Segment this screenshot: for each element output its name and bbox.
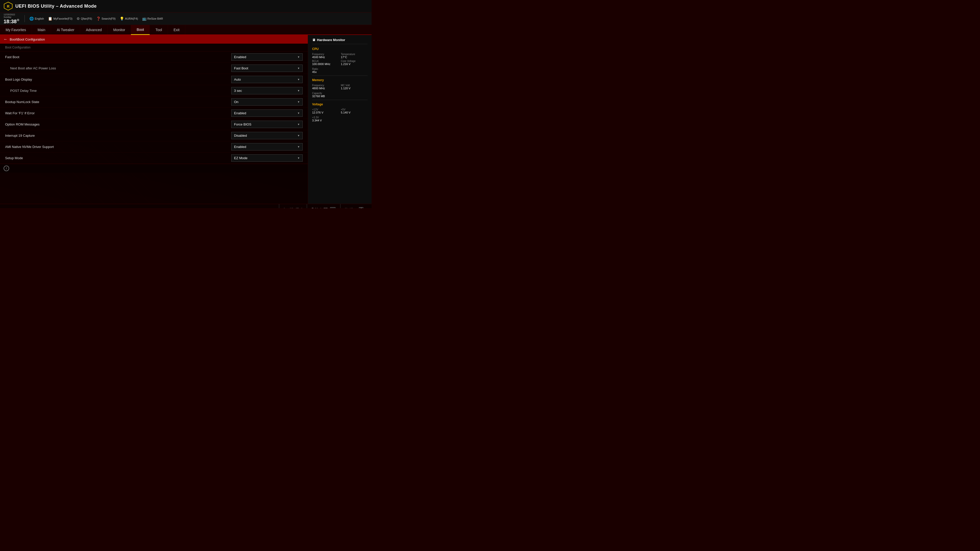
v5-label: +5V [341, 108, 368, 111]
fast-boot-dropdown[interactable]: Enabled ▼ [231, 53, 303, 61]
boot-logo-dropdown[interactable]: Auto ▼ [231, 76, 303, 83]
nav-item-exit[interactable]: Exit [168, 25, 185, 35]
monitor-icon: 🖥 [312, 38, 315, 42]
v5-value: 5.140 V [341, 111, 368, 114]
aura-button[interactable]: 💡 AURA(F4) [118, 16, 140, 21]
interrupt19-dropdown[interactable]: Disabled ▼ [231, 132, 303, 139]
section-title: Boot Configuration [0, 44, 308, 52]
version-text: Version 2.22.1284 Copyright (C) 2022 AMI [142, 208, 279, 208]
core-volt-label: Core Voltage [341, 60, 368, 62]
setup-mode-label: Setup Mode [5, 156, 23, 160]
voltage-stats: +12V 12.076 V +5V 5.140 V [312, 108, 368, 114]
language-button[interactable]: 🌐 English [27, 16, 46, 21]
wait-f1-dropdown[interactable]: Enabled ▼ [231, 110, 303, 117]
next-boot-dropdown[interactable]: Fast Boot ▼ [231, 65, 303, 72]
fast-boot-label: Fast Boot [5, 55, 19, 59]
ratio-value: 45x [312, 70, 368, 73]
mc-volt-label: MC Volt [341, 84, 368, 87]
nav-item-ai-tweaker[interactable]: Ai Tweaker [51, 25, 80, 35]
settings-icon: ⚙ [17, 18, 19, 22]
back-arrow-icon[interactable]: ← [3, 37, 8, 41]
v12-label: +12V [312, 108, 339, 111]
memory-stats: Frequency 4800 MHz MC Volt 1.120 V [312, 84, 368, 90]
table-row: Wait For 'F1' If Error Enabled ▼ [0, 108, 308, 119]
v33-value: 3.344 V [312, 119, 368, 122]
ezmode-button[interactable]: EzMode(F7) → [307, 204, 340, 208]
resizebar-button[interactable]: 📺 ReSize BAR [140, 16, 165, 21]
ezmode-key-badge: → [330, 207, 336, 208]
cpu-temp-label: Temperature [341, 53, 368, 56]
next-boot-label: Next Boot after AC Power Loss [5, 66, 56, 70]
app-title: UEFI BIOS Utility – Advanced Mode [15, 3, 97, 9]
bclk-value: 100.0000 MHz [312, 62, 339, 65]
cpu-section-title: CPU [312, 47, 368, 51]
chevron-down-icon: ▼ [298, 100, 300, 103]
v33-label: +3.3V [312, 116, 368, 119]
table-row: Boot Logo Display Auto ▼ [0, 74, 308, 85]
table-row: AMI Native NVMe Driver Support Enabled ▼ [0, 141, 308, 152]
last-modified-button[interactable]: Last Modified [279, 204, 307, 208]
table-row: Setup Mode EZ Mode ▼ [0, 152, 308, 164]
chevron-down-icon: ▼ [298, 145, 300, 148]
interrupt19-label: Interrupt 19 Capture [5, 134, 35, 138]
time-display: 18:38⚙ [3, 19, 19, 24]
table-row: POST Delay Time 3 sec ▼ [0, 85, 308, 97]
chevron-down-icon: ▼ [298, 56, 300, 59]
nvme-driver-dropdown[interactable]: Enabled ▼ [231, 143, 303, 151]
table-row: Next Boot after AC Power Loss Fast Boot … [0, 63, 308, 74]
nav-item-monitor[interactable]: Monitor [108, 25, 131, 35]
chevron-down-icon: ▼ [298, 78, 300, 81]
breadcrumb[interactable]: ← Boot\Boot Configuration [0, 35, 308, 44]
cpu-freq-value: 4500 MHz [312, 56, 339, 59]
voltage-section-title: Voltage [312, 103, 368, 106]
info-bar: i [0, 164, 308, 173]
nav-item-tool[interactable]: Tool [150, 25, 168, 35]
cpu-freq-label: Frequency [312, 53, 339, 56]
chevron-down-icon: ▼ [298, 157, 300, 159]
divider [312, 100, 368, 100]
info-icon: i [3, 165, 9, 171]
hardware-monitor-sidebar: 🖥 Hardware Monitor CPU Frequency 4500 MH… [308, 35, 372, 204]
nav-item-my-favorites[interactable]: My Favorites [0, 25, 32, 35]
rog-logo-icon: R [3, 2, 13, 11]
table-row: Option ROM Messages Force BIOS ▼ [0, 119, 308, 130]
setup-mode-dropdown[interactable]: EZ Mode ▼ [231, 154, 303, 162]
aura-icon: 💡 [120, 17, 124, 21]
nav-item-main[interactable]: Main [32, 25, 51, 35]
ratio-label: Ratio [312, 68, 368, 70]
cpu-stats: Frequency 4500 MHz Temperature 17°C BCLK… [312, 53, 368, 65]
date-text: 12/25/2022 Sunday [3, 14, 19, 19]
table-row: Interrupt 19 Capture Disabled ▼ [0, 130, 308, 141]
footer: Version 2.22.1284 Copyright (C) 2022 AMI… [0, 204, 372, 208]
mem-freq-label: Frequency [312, 84, 339, 87]
chevron-down-icon: ▼ [298, 123, 300, 126]
post-delay-label: POST Delay Time [5, 89, 37, 93]
nav-item-boot[interactable]: Boot [131, 25, 150, 35]
qfan-button[interactable]: ⚙ Qfan(F6) [75, 16, 94, 21]
core-volt-value: 1.216 V [341, 62, 368, 65]
wait-f1-label: Wait For 'F1' If Error [5, 111, 35, 115]
divider [24, 15, 25, 22]
option-rom-dropdown[interactable]: Force BIOS ▼ [231, 121, 303, 128]
mem-freq-value: 4800 MHz [312, 87, 339, 90]
header: R UEFI BIOS Utility – Advanced Mode [0, 0, 372, 13]
numlock-dropdown[interactable]: On ▼ [231, 98, 303, 106]
sidebar-title: 🖥 Hardware Monitor [312, 38, 368, 44]
bclk-label: BCLK [312, 60, 339, 62]
numlock-label: Bootup NumLock State [5, 100, 39, 104]
hot-keys-button[interactable]: Hot Keys ? [340, 204, 368, 208]
hotkeys-key-badge: ? [359, 207, 363, 208]
chevron-down-icon: ▼ [298, 112, 300, 114]
post-delay-dropdown[interactable]: 3 sec ▼ [231, 87, 303, 94]
sub-header: 12/25/2022 Sunday 18:38⚙ 🌐 English 📋 MyF… [0, 13, 372, 25]
datetime: 12/25/2022 Sunday 18:38⚙ [3, 14, 19, 24]
myfavorite-button[interactable]: 📋 MyFavorite(F3) [46, 16, 75, 21]
nvme-driver-label: AMI Native NVMe Driver Support [5, 145, 54, 149]
resizebar-icon: 📺 [142, 17, 146, 21]
fan-icon: ⚙ [76, 17, 80, 21]
capacity-value: 32768 MB [312, 95, 368, 98]
globe-icon: 🌐 [29, 17, 34, 21]
nav-item-advanced[interactable]: Advanced [80, 25, 107, 35]
search-button[interactable]: ❓ Search(F9) [94, 16, 118, 21]
cpu-temp-value: 17°C [341, 56, 368, 59]
